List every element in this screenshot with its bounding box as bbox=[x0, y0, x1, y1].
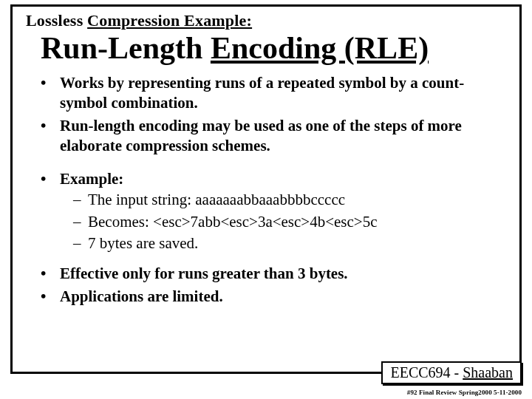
bullet-item: Works by representing runs of a repeated… bbox=[41, 73, 506, 113]
bullet-list: Works by representing runs of a repeated… bbox=[41, 73, 506, 156]
bullet-list: Example: The input string: aaaaaaabbaaab… bbox=[41, 169, 506, 254]
bullet-item-example: Example: The input string: aaaaaaabbaaab… bbox=[41, 169, 506, 254]
sub-bullet-item: The input string: aaaaaaabbaaabbbbccccc bbox=[73, 190, 506, 210]
sub-bullet-list: The input string: aaaaaaabbaaabbbbccccc … bbox=[73, 190, 506, 253]
slide: Lossless Compression Example: Run-Length… bbox=[0, 0, 532, 399]
bullet-text: Example: bbox=[60, 170, 123, 188]
footer-note: #92 Final Review Spring2000 5-11-2000 bbox=[407, 389, 522, 396]
sub-bullet-text: 7 bytes are saved. bbox=[88, 234, 198, 252]
slide-frame: Lossless Compression Example: Run-Length… bbox=[10, 4, 522, 374]
slide-supertitle: Lossless Compression Example: bbox=[26, 11, 506, 30]
bullet-item: Run-length encoding may be used as one o… bbox=[41, 116, 506, 156]
bullet-item: Applications are limited. bbox=[41, 287, 506, 307]
bullet-text: Applications are limited. bbox=[60, 287, 223, 305]
footer-box: EECC694 - Shaaban bbox=[381, 361, 522, 384]
supertitle-underlined: Compression Example: bbox=[87, 11, 252, 30]
sub-bullet-text: Becomes: <esc>7abb<esc>3a<esc>4b<esc>5c bbox=[88, 213, 378, 231]
sub-bullet-item: Becomes: <esc>7abb<esc>3a<esc>4b<esc>5c bbox=[73, 212, 506, 232]
bullet-text: Works by representing runs of a repeated… bbox=[60, 74, 464, 112]
bullet-text: Run-length encoding may be used as one o… bbox=[60, 117, 462, 154]
sub-bullet-text: The input string: aaaaaaabbaaabbbbccccc bbox=[88, 191, 345, 208]
bullet-text: Effective only for runs greater than 3 b… bbox=[60, 265, 348, 282]
footer-course: EECC694 - bbox=[390, 364, 463, 381]
slide-title: Run-Length Encoding (RLE) bbox=[41, 32, 506, 64]
footer-author: Shaaban bbox=[463, 364, 513, 381]
sub-bullet-item: 7 bytes are saved. bbox=[73, 233, 506, 253]
bullet-item: Effective only for runs greater than 3 b… bbox=[41, 264, 506, 284]
spacer bbox=[26, 256, 506, 264]
title-underlined: Encoding (RLE) bbox=[211, 31, 429, 65]
title-plain: Run-Length bbox=[41, 31, 211, 65]
spacer bbox=[26, 159, 506, 169]
supertitle-plain: Lossless bbox=[26, 11, 87, 30]
bullet-list: Effective only for runs greater than 3 b… bbox=[41, 264, 506, 307]
